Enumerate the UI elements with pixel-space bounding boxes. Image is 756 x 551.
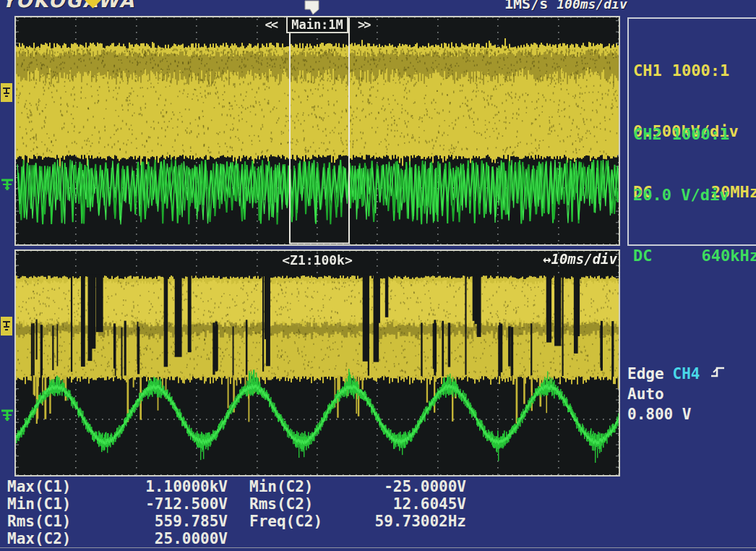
measurement-row: Rms(C1)559.785V — [7, 513, 228, 530]
zoom-timebase-value: 10ms/div — [551, 251, 617, 267]
ch2-probe: 1000:1 — [672, 124, 729, 145]
trigger-settings: Edge CH4 Auto 0.800 V — [627, 364, 726, 424]
trigger-level: 0.800 V — [627, 404, 726, 424]
measurement-row: Max(C2)25.0000V — [7, 530, 228, 547]
zoom-window-label: <Z1:100k> — [16, 252, 619, 268]
measurement-value: 559.785V — [105, 513, 228, 530]
ch1-position-marker-main — [1, 83, 14, 105]
horizontal-arrow-icon: ↔ — [543, 251, 551, 267]
main-record-label: Main:1M — [286, 16, 348, 33]
ch2-coupling: DC — [633, 246, 653, 266]
measurement-value: -25.0000V — [351, 478, 466, 495]
measurement-column-2: Min(C2)-25.0000V Rms(C2)12.6045V Freq(C2… — [249, 478, 466, 530]
main-waveform-window: << Main:1M >> — [14, 16, 620, 246]
ch1-probe: 1000:1 — [672, 61, 729, 81]
main-waveform-canvas — [16, 17, 619, 244]
trigger-type: Edge — [627, 364, 664, 384]
measurement-row: Freq(C2)59.73002Hz — [249, 513, 466, 530]
measurement-value: 25.0000V — [105, 530, 228, 547]
main-window-header: << Main:1M >> — [16, 16, 619, 33]
measurement-column-1: Max(C1)1.10000kV Min(C1)-712.500V Rms(C1… — [7, 478, 228, 547]
yokogawa-logo: YOKOGAWA — [1, 0, 135, 12]
measurement-label: Max(C2) — [7, 530, 105, 547]
measurement-row: Rms(C2)12.6045V — [249, 495, 466, 513]
measurement-label: Min(C2) — [249, 478, 351, 495]
ch2-name: CH2 — [633, 124, 662, 145]
zoom-waveform-canvas — [16, 251, 619, 475]
trigger-mode: Auto — [627, 384, 726, 404]
scroll-right-icon: >> — [358, 17, 369, 32]
measurement-value: 1.10000kV — [105, 478, 228, 495]
ch2-scale: 20.0 V/div — [633, 185, 729, 205]
ch2-position-marker-zoom — [1, 406, 14, 427]
measurement-value: -712.500V — [105, 495, 228, 513]
measurement-row: Max(C1)1.10000kV — [7, 478, 228, 495]
trigger-source: CH4 — [673, 364, 700, 384]
measurement-label: Rms(C2) — [249, 495, 351, 513]
ch1-name: CH1 — [633, 61, 662, 81]
ch2-position-marker-main — [1, 176, 14, 196]
measurement-value: 59.73002Hz — [351, 513, 466, 530]
main-timebase-value: 100ms/div — [557, 0, 627, 12]
sample-rate-value: 1MS/s — [504, 0, 548, 12]
zoom-timebase-readout: ↔10ms/div — [543, 251, 617, 267]
sample-rate-readout: 1MS/s 100ms/div — [504, 0, 622, 12]
rising-edge-icon — [709, 364, 726, 384]
oscilloscope-screen: YOKOGAWA 1MS/s 100ms/div << Main:1M >> <… — [0, 0, 756, 551]
measurement-row: Min(C2)-25.0000V — [249, 478, 466, 495]
measurement-label: Min(C1) — [7, 495, 105, 513]
scroll-left-icon: << — [265, 17, 276, 32]
ch2-bandwidth: 640kHz — [702, 246, 756, 266]
ch2-settings-box: CH21000:1 20.0 V/div DC640kHz — [627, 81, 756, 309]
ch1-position-marker-zoom — [1, 317, 14, 338]
bottom-bezel-line — [0, 547, 756, 548]
measurement-label: Max(C1) — [7, 478, 105, 495]
measurement-value: 12.6045V — [351, 495, 466, 513]
measurement-label: Freq(C2) — [249, 513, 351, 530]
measurement-label: Rms(C1) — [7, 513, 105, 530]
zoom-waveform-window: <Z1:100k> ↔10ms/div — [14, 249, 620, 477]
measurement-row: Min(C1)-712.500V — [7, 495, 228, 513]
